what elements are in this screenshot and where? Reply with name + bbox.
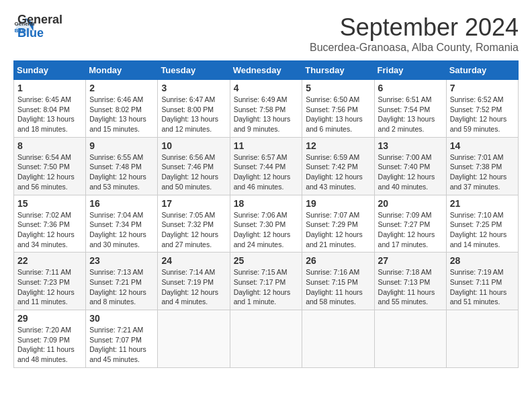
day-info: Sunrise: 6:46 AMSunset: 8:02 PMDaylight:… — [89, 95, 154, 134]
calendar-day-cell: 6Sunrise: 6:51 AMSunset: 7:54 PMDaylight… — [374, 80, 446, 138]
calendar-day-cell — [446, 310, 518, 368]
calendar-day-cell: 26Sunrise: 7:16 AMSunset: 7:15 PMDayligh… — [302, 253, 374, 310]
calendar-day-cell: 1Sunrise: 6:45 AMSunset: 8:04 PMDaylight… — [14, 80, 86, 138]
day-info: Sunrise: 7:11 AMSunset: 7:23 PMDaylight:… — [17, 267, 82, 307]
weekday-header: Saturday — [446, 61, 518, 80]
calendar-week-row: 1Sunrise: 6:45 AMSunset: 8:04 PMDaylight… — [14, 80, 519, 138]
day-number: 30 — [89, 313, 154, 324]
weekday-header: Wednesday — [230, 61, 302, 80]
calendar-day-cell: 5Sunrise: 6:50 AMSunset: 7:56 PMDaylight… — [302, 80, 374, 138]
day-info: Sunrise: 6:55 AMSunset: 7:48 PMDaylight:… — [89, 152, 154, 192]
day-info: Sunrise: 6:51 AMSunset: 7:54 PMDaylight:… — [378, 95, 443, 134]
weekday-header: Monday — [86, 61, 158, 80]
calendar-week-row: 8Sunrise: 6:54 AMSunset: 7:50 PMDaylight… — [14, 137, 519, 195]
day-info: Sunrise: 7:06 AMSunset: 7:30 PMDaylight:… — [234, 210, 299, 250]
calendar-day-cell: 9Sunrise: 6:55 AMSunset: 7:48 PMDaylight… — [86, 137, 158, 195]
day-info: Sunrise: 6:54 AMSunset: 7:50 PMDaylight:… — [17, 152, 82, 192]
calendar-day-cell: 25Sunrise: 7:15 AMSunset: 7:17 PMDayligh… — [230, 253, 302, 310]
day-info: Sunrise: 6:47 AMSunset: 8:00 PMDaylight:… — [161, 95, 226, 134]
calendar-day-cell: 13Sunrise: 7:00 AMSunset: 7:40 PMDayligh… — [374, 137, 446, 195]
calendar-week-row: 22Sunrise: 7:11 AMSunset: 7:23 PMDayligh… — [14, 253, 519, 310]
day-info: Sunrise: 7:05 AMSunset: 7:32 PMDaylight:… — [161, 210, 226, 250]
logo: General Blue General Blue — [13, 13, 62, 40]
day-number: 5 — [306, 83, 370, 93]
weekday-header: Friday — [374, 61, 446, 80]
day-number: 18 — [234, 198, 299, 209]
calendar-day-cell: 4Sunrise: 6:49 AMSunset: 7:58 PMDaylight… — [230, 80, 302, 138]
day-number: 3 — [161, 83, 226, 93]
calendar-day-cell — [302, 310, 374, 368]
day-number: 6 — [378, 83, 443, 93]
day-number: 14 — [450, 140, 515, 151]
calendar-day-cell: 29Sunrise: 7:20 AMSunset: 7:09 PMDayligh… — [14, 310, 86, 368]
day-number: 29 — [17, 313, 82, 324]
day-number: 16 — [89, 198, 154, 209]
day-info: Sunrise: 6:59 AMSunset: 7:42 PMDaylight:… — [306, 152, 370, 192]
day-number: 23 — [89, 255, 154, 266]
day-number: 17 — [161, 198, 226, 209]
logo-blue: Blue — [17, 27, 62, 40]
calendar-day-cell: 2Sunrise: 6:46 AMSunset: 8:02 PMDaylight… — [86, 80, 158, 138]
calendar-day-cell: 3Sunrise: 6:47 AMSunset: 8:00 PMDaylight… — [158, 80, 230, 138]
calendar-day-cell: 22Sunrise: 7:11 AMSunset: 7:23 PMDayligh… — [14, 253, 86, 310]
day-number: 2 — [89, 83, 154, 93]
weekday-header: Sunday — [14, 61, 86, 80]
calendar-day-cell: 12Sunrise: 6:59 AMSunset: 7:42 PMDayligh… — [302, 137, 374, 195]
day-number: 21 — [450, 198, 515, 209]
calendar-day-cell: 10Sunrise: 6:56 AMSunset: 7:46 PMDayligh… — [158, 137, 230, 195]
calendar-day-cell: 24Sunrise: 7:14 AMSunset: 7:19 PMDayligh… — [158, 253, 230, 310]
day-number: 26 — [306, 255, 370, 266]
day-info: Sunrise: 7:15 AMSunset: 7:17 PMDaylight:… — [234, 267, 299, 307]
calendar-day-cell: 30Sunrise: 7:21 AMSunset: 7:07 PMDayligh… — [86, 310, 158, 368]
location-title: Bucerdea-Granoasa, Alba County, Romania — [310, 42, 519, 54]
day-info: Sunrise: 7:13 AMSunset: 7:21 PMDaylight:… — [89, 267, 154, 307]
day-info: Sunrise: 7:21 AMSunset: 7:07 PMDaylight:… — [89, 325, 154, 365]
day-info: Sunrise: 6:45 AMSunset: 8:04 PMDaylight:… — [17, 95, 82, 134]
calendar-day-cell: 23Sunrise: 7:13 AMSunset: 7:21 PMDayligh… — [86, 253, 158, 310]
day-info: Sunrise: 7:04 AMSunset: 7:34 PMDaylight:… — [89, 210, 154, 250]
calendar-day-cell — [374, 310, 446, 368]
logo-general: General — [17, 13, 62, 27]
day-number: 8 — [17, 140, 82, 151]
page-header: General Blue General Blue September 2024… — [13, 13, 519, 54]
day-info: Sunrise: 7:00 AMSunset: 7:40 PMDaylight:… — [378, 152, 443, 192]
day-number: 27 — [378, 255, 443, 266]
day-number: 25 — [234, 255, 299, 266]
day-info: Sunrise: 7:09 AMSunset: 7:27 PMDaylight:… — [378, 210, 443, 250]
calendar-day-cell: 17Sunrise: 7:05 AMSunset: 7:32 PMDayligh… — [158, 195, 230, 253]
day-info: Sunrise: 7:10 AMSunset: 7:25 PMDaylight:… — [450, 210, 515, 250]
calendar-day-cell: 7Sunrise: 6:52 AMSunset: 7:52 PMDaylight… — [446, 80, 518, 138]
calendar-week-row: 29Sunrise: 7:20 AMSunset: 7:09 PMDayligh… — [14, 310, 519, 368]
day-info: Sunrise: 7:14 AMSunset: 7:19 PMDaylight:… — [161, 267, 226, 307]
day-info: Sunrise: 6:49 AMSunset: 7:58 PMDaylight:… — [234, 95, 299, 134]
weekday-header: Thursday — [302, 61, 374, 80]
calendar-day-cell: 27Sunrise: 7:18 AMSunset: 7:13 PMDayligh… — [374, 253, 446, 310]
day-info: Sunrise: 7:01 AMSunset: 7:38 PMDaylight:… — [450, 152, 515, 192]
day-info: Sunrise: 6:57 AMSunset: 7:44 PMDaylight:… — [234, 152, 299, 192]
day-info: Sunrise: 7:07 AMSunset: 7:29 PMDaylight:… — [306, 210, 370, 250]
day-number: 9 — [89, 140, 154, 151]
calendar-day-cell: 14Sunrise: 7:01 AMSunset: 7:38 PMDayligh… — [446, 137, 518, 195]
day-number: 19 — [306, 198, 370, 209]
weekday-header: Tuesday — [158, 61, 230, 80]
day-number: 1 — [17, 83, 82, 93]
day-number: 15 — [17, 198, 82, 209]
day-info: Sunrise: 6:50 AMSunset: 7:56 PMDaylight:… — [306, 95, 370, 134]
day-info: Sunrise: 7:18 AMSunset: 7:13 PMDaylight:… — [378, 267, 443, 307]
day-number: 24 — [161, 255, 226, 266]
weekday-header-row: SundayMondayTuesdayWednesdayThursdayFrid… — [14, 61, 519, 80]
day-info: Sunrise: 7:19 AMSunset: 7:11 PMDaylight:… — [450, 267, 515, 307]
calendar-day-cell: 21Sunrise: 7:10 AMSunset: 7:25 PMDayligh… — [446, 195, 518, 253]
day-info: Sunrise: 6:56 AMSunset: 7:46 PMDaylight:… — [161, 152, 226, 192]
calendar-day-cell: 20Sunrise: 7:09 AMSunset: 7:27 PMDayligh… — [374, 195, 446, 253]
calendar-day-cell: 11Sunrise: 6:57 AMSunset: 7:44 PMDayligh… — [230, 137, 302, 195]
calendar-day-cell — [158, 310, 230, 368]
day-number: 11 — [234, 140, 299, 151]
calendar-day-cell — [230, 310, 302, 368]
calendar-day-cell: 16Sunrise: 7:04 AMSunset: 7:34 PMDayligh… — [86, 195, 158, 253]
day-number: 20 — [378, 198, 443, 209]
title-block: September 2024 Bucerdea-Granoasa, Alba C… — [310, 13, 519, 54]
calendar-day-cell: 15Sunrise: 7:02 AMSunset: 7:36 PMDayligh… — [14, 195, 86, 253]
day-number: 28 — [450, 255, 515, 266]
calendar-table: SundayMondayTuesdayWednesdayThursdayFrid… — [13, 60, 519, 368]
